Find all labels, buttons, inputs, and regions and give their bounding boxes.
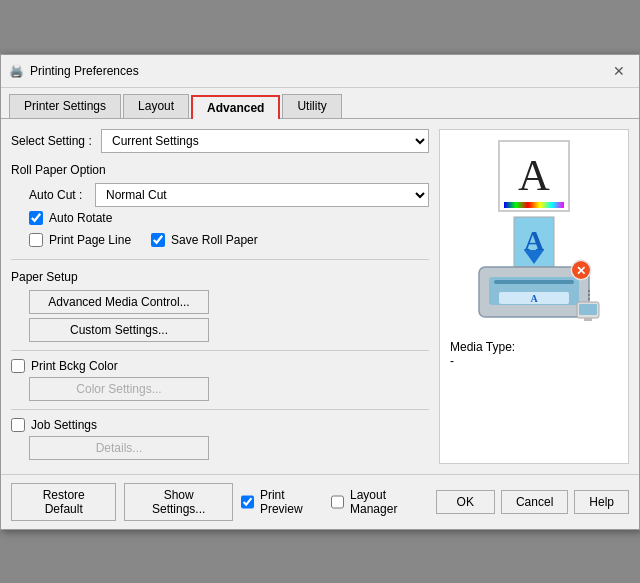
tab-utility[interactable]: Utility [282,94,341,118]
tab-advanced[interactable]: Advanced [191,95,280,119]
main-content: Select Setting : Current Settings Custom… [1,119,639,474]
paper-setup-section-title: Paper Setup [11,270,429,284]
media-type-value: - [450,354,454,368]
svg-rect-5 [494,280,574,284]
paper-setup-section: Advanced Media Control... Custom Setting… [29,290,429,342]
title-bar-left: 🖨️ Printing Preferences [9,64,139,78]
print-page-line-checkbox[interactable] [29,233,43,247]
layout-manager-row: Layout Manager [331,488,428,516]
auto-rotate-checkbox[interactable] [29,211,43,225]
svg-rect-13 [584,318,592,321]
printing-preferences-window: 🖨️ Printing Preferences ✕ Printer Settin… [0,54,640,530]
print-bckg-color-section: Print Bckg Color Color Settings... [11,359,429,401]
auto-rotate-row: Auto Rotate [29,211,429,225]
right-panel: A A A [439,129,629,464]
details-container: Details... [29,436,429,460]
print-bckg-color-checkbox[interactable] [11,359,25,373]
print-preview-label: Print Preview [260,488,323,516]
print-bckg-color-label: Print Bckg Color [31,359,118,373]
close-button[interactable]: ✕ [607,61,631,81]
details-button[interactable]: Details... [29,436,209,460]
font-preview-letter: A [518,150,550,201]
print-page-line-label: Print Page Line [49,233,131,247]
auto-cut-dropdown[interactable]: Normal Cut Cut Each Page [95,183,429,207]
select-setting-label: Select Setting : [11,134,101,148]
color-settings-button[interactable]: Color Settings... [29,377,209,401]
print-preview-row: Print Preview [241,488,323,516]
auto-rotate-label: Auto Rotate [49,211,112,225]
select-setting-row: Select Setting : Current Settings Custom… [11,129,429,153]
window-icon: 🖨️ [9,64,24,78]
layout-manager-checkbox[interactable] [331,495,344,509]
printer-illustration: A A ✕ [459,212,609,332]
window-title: Printing Preferences [30,64,139,78]
left-panel: Select Setting : Current Settings Custom… [11,129,429,464]
footer-bar: Restore Default Show Settings... Print P… [1,474,639,529]
print-bckg-color-row: Print Bckg Color [11,359,429,373]
cancel-button[interactable]: Cancel [501,490,568,514]
layout-manager-label: Layout Manager [350,488,428,516]
printer-svg: A A ✕ [459,212,609,332]
svg-rect-12 [579,304,597,315]
color-settings-container: Color Settings... [29,377,429,401]
ok-button[interactable]: OK [436,490,495,514]
custom-settings-button[interactable]: Custom Settings... [29,318,209,342]
save-roll-paper-row: Save Roll Paper [151,233,258,247]
select-setting-dropdown[interactable]: Current Settings Custom Default [101,129,429,153]
font-preview: A [498,140,570,212]
page-line-save-row: Print Page Line Save Roll Paper [29,229,429,251]
job-settings-label: Job Settings [31,418,97,432]
footer-action-buttons: OK Cancel Help [436,490,629,514]
job-settings-checkbox[interactable] [11,418,25,432]
tab-layout[interactable]: Layout [123,94,189,118]
media-type-label: Media Type: [450,340,515,354]
tab-printer-settings[interactable]: Printer Settings [9,94,121,118]
tab-bar: Printer Settings Layout Advanced Utility [1,88,639,119]
auto-cut-row: Auto Cut : Normal Cut Cut Each Page [29,183,429,207]
color-bar [504,202,564,208]
svg-text:✕: ✕ [576,264,586,278]
job-settings-row: Job Settings [11,418,429,432]
roll-paper-section-title: Roll Paper Option [11,163,429,177]
advanced-media-control-button[interactable]: Advanced Media Control... [29,290,209,314]
job-settings-section: Job Settings Details... [11,418,429,460]
save-roll-paper-checkbox[interactable] [151,233,165,247]
show-settings-button[interactable]: Show Settings... [124,483,232,521]
print-preview-checkbox[interactable] [241,495,254,509]
roll-paper-section: Auto Cut : Normal Cut Cut Each Page Auto… [29,183,429,251]
help-button[interactable]: Help [574,490,629,514]
restore-default-button[interactable]: Restore Default [11,483,116,521]
print-page-line-row: Print Page Line [29,233,131,247]
title-bar: 🖨️ Printing Preferences ✕ [1,55,639,88]
auto-cut-label: Auto Cut : [29,188,89,202]
svg-text:A: A [530,293,538,304]
save-roll-paper-label: Save Roll Paper [171,233,258,247]
